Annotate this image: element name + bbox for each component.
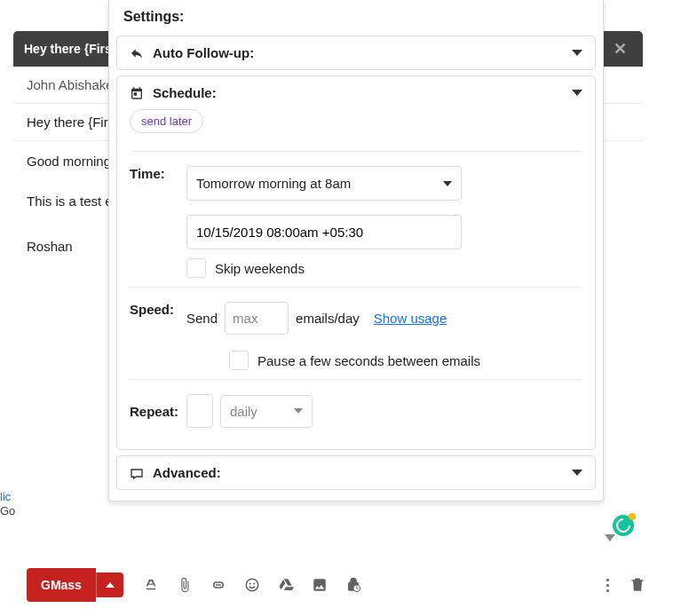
trash-icon[interactable] — [629, 576, 646, 594]
text-format-icon[interactable] — [143, 577, 159, 593]
time-value-input[interactable] — [186, 215, 462, 249]
repeat-interval-value: daily — [230, 404, 257, 419]
settings-title: Settings: — [109, 0, 603, 36]
section-auto-followup: Auto Follow-up: — [116, 36, 596, 70]
scroll-down-icon[interactable] — [605, 534, 615, 541]
lock-time-icon[interactable] — [345, 577, 361, 593]
attach-icon[interactable] — [177, 577, 193, 593]
show-usage-link[interactable]: Show usage — [374, 311, 447, 326]
repeat-row: Repeat: daily — [130, 394, 582, 428]
speed-max-input[interactable] — [225, 302, 289, 335]
skip-weekends-row: Skip weekends — [186, 258, 582, 278]
schedule-body: send later Time: Tomorrow morning at 8am… — [117, 109, 595, 449]
chat-icon — [130, 466, 144, 480]
speed-row: Speed: Send emails/day Show usage Pause … — [130, 302, 582, 370]
truncated-edge: licGo — [0, 490, 16, 517]
auto-followup-header[interactable]: Auto Follow-up: — [117, 36, 595, 69]
pause-row: Pause a few seconds between emails — [229, 351, 582, 370]
divider — [130, 151, 582, 152]
speed-label: Speed: — [130, 302, 186, 317]
chevron-down-icon — [572, 50, 582, 56]
pause-checkbox[interactable] — [229, 351, 249, 370]
gmass-send-button[interactable]: GMass — [27, 568, 96, 602]
time-label: Time: — [130, 166, 186, 181]
svg-point-0 — [246, 579, 258, 591]
speed-suffix: emails/day — [296, 311, 360, 326]
gmass-dropdown-button[interactable] — [96, 573, 123, 597]
format-icons — [143, 577, 361, 593]
advanced-header[interactable]: Advanced: — [117, 456, 595, 489]
divider — [130, 379, 582, 380]
close-compose-button[interactable]: ✕ — [608, 39, 632, 59]
time-preset-value: Tomorrow morning at 8am — [196, 176, 351, 191]
skip-weekends-label: Skip weekends — [215, 261, 305, 276]
schedule-header[interactable]: Schedule: — [117, 76, 595, 109]
auto-followup-label: Auto Follow-up: — [153, 45, 572, 60]
advanced-label: Advanced: — [153, 465, 572, 480]
speed-send-text: Send — [186, 311, 218, 326]
pause-label: Pause a few seconds between emails — [257, 353, 480, 368]
chevron-down-icon — [572, 470, 582, 476]
time-row: Time: Tomorrow morning at 8am Skip weeke… — [130, 166, 582, 278]
svg-point-2 — [253, 583, 255, 585]
svg-point-1 — [249, 583, 251, 585]
drive-icon[interactable] — [278, 577, 294, 593]
gmass-settings-popover: Settings: Auto Follow-up: Schedule: send… — [108, 0, 604, 501]
repeat-label: Repeat: — [130, 404, 186, 419]
compose-toolbar: GMass — [27, 566, 646, 604]
reply-icon — [130, 46, 144, 60]
send-later-pill[interactable]: send later — [130, 109, 203, 133]
chevron-down-icon — [572, 90, 582, 96]
more-options-button[interactable] — [601, 579, 614, 592]
repeat-interval-select[interactable]: daily — [220, 395, 313, 428]
grammarly-icon[interactable] — [613, 515, 634, 536]
repeat-count-input[interactable] — [186, 394, 213, 428]
schedule-label: Schedule: — [153, 85, 572, 100]
skip-weekends-checkbox[interactable] — [186, 258, 206, 278]
time-preset-select[interactable]: Tomorrow morning at 8am — [186, 166, 462, 201]
section-schedule: Schedule: send later Time: Tomorrow morn… — [116, 75, 596, 450]
link-icon[interactable] — [210, 577, 226, 593]
image-icon[interactable] — [312, 577, 328, 593]
emoji-icon[interactable] — [244, 577, 260, 593]
section-advanced: Advanced: — [116, 455, 596, 490]
divider — [130, 287, 582, 288]
calendar-icon — [130, 86, 144, 100]
